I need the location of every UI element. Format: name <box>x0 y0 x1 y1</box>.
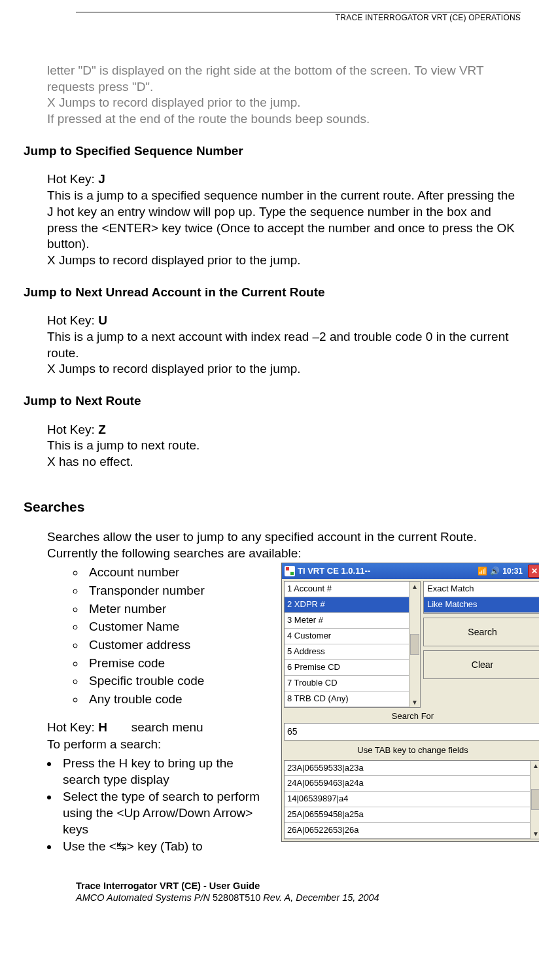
hotkey-line: Hot Key: J <box>47 171 521 188</box>
section-body: X Jumps to record displayed prior to the… <box>47 253 521 269</box>
window-title: TI VRT CE 1.0.11-- <box>298 566 370 577</box>
result-row[interactable]: 14|06539897|a4 <box>285 792 530 807</box>
result-row[interactable]: 24A|06559463|a24a <box>285 776 530 792</box>
system-tray: 📶 🔊 10:31 <box>478 567 523 577</box>
windows-start-icon[interactable] <box>285 566 295 576</box>
match-option[interactable]: Like Matches <box>424 597 539 613</box>
section-title-jump-seq: Jump to Specified Sequence Number <box>24 143 521 160</box>
searches-heading: Searches <box>24 498 521 516</box>
app-screenshot: TI VRT CE 1.0.11-- 📶 🔊 10:31 ✕ 1 Accou <box>281 563 539 842</box>
section-body: This is a jump to a specified sequence n… <box>47 188 521 253</box>
searches-intro: Searches allow the user to jump to any s… <box>47 529 521 561</box>
list-item: Meter number <box>85 601 270 618</box>
list-item: Press the H key to bring up the search t… <box>59 756 270 788</box>
list-item: Specific trouble code <box>85 673 270 690</box>
scroll-down-icon[interactable]: ▼ <box>532 830 539 838</box>
list-item: Select the type of search to perform usi… <box>59 789 270 837</box>
hotkey-line: Hot Key: U <box>47 313 521 329</box>
match-mode-list[interactable]: Exact Match Like Matches <box>423 581 539 614</box>
section-title-jump-unread: Jump to Next Unread Account in the Curre… <box>24 285 521 301</box>
search-type-listbox[interactable]: 1 Account # 2 XDPR # 3 Meter # 4 Custome… <box>285 582 409 707</box>
scroll-thumb[interactable] <box>410 634 419 655</box>
clock: 10:31 <box>502 567 523 577</box>
field-hint: Use TAB key to change fields <box>282 743 539 760</box>
list-item[interactable]: 5 Address <box>285 644 409 660</box>
section-body: This is a jump to a next account with in… <box>47 329 521 361</box>
list-item[interactable]: 8 TRB CD (Any) <box>285 691 409 707</box>
list-item: Any trouble code <box>85 691 270 708</box>
hotkey-line: Hot Key: Z <box>47 422 521 438</box>
scroll-thumb[interactable] <box>531 789 539 810</box>
match-option[interactable]: Exact Match <box>424 582 539 597</box>
list-item: Transponder number <box>85 582 270 599</box>
list-item[interactable]: 4 Customer <box>285 629 409 644</box>
scroll-up-icon[interactable]: ▲ <box>532 761 539 770</box>
list-item[interactable]: 1 Account # <box>285 582 409 597</box>
window-titlebar: TI VRT CE 1.0.11-- 📶 🔊 10:31 ✕ <box>282 563 539 579</box>
list-item[interactable]: 2 XDPR # <box>285 597 409 613</box>
result-row[interactable]: 23A|06559533|a23a <box>285 761 530 777</box>
scrollbar[interactable]: ▲ ▼ <box>409 582 420 707</box>
search-steps-list: Press the H key to bring up the search t… <box>47 756 270 855</box>
result-row[interactable]: 25A|06559458|a25a <box>285 807 530 823</box>
search-for-label: Search For <box>282 710 539 724</box>
results-list[interactable]: 23A|06559533|a23a 24A|06559463|a24a 14|0… <box>285 761 530 839</box>
signal-icon: 📶 <box>478 567 487 577</box>
list-item: Premise code <box>85 655 270 672</box>
scroll-up-icon[interactable]: ▲ <box>411 582 418 591</box>
list-item: Customer Name <box>85 618 270 635</box>
list-item[interactable]: 3 Meter # <box>285 613 409 629</box>
intro-line: letter "D" is displayed on the right sid… <box>47 63 521 95</box>
scrollbar[interactable]: ▲ ▼ <box>530 761 539 839</box>
hotkey-search-line: Hot Key: H search menu <box>47 720 270 736</box>
search-type-list: Account number Transponder number Meter … <box>47 564 270 707</box>
close-button[interactable]: ✕ <box>528 565 539 578</box>
scroll-down-icon[interactable]: ▼ <box>411 698 418 707</box>
section-body: This is a jump to next route. <box>47 438 521 454</box>
section-body: X Jumps to record displayed prior to the… <box>47 361 521 377</box>
speaker-icon: 🔊 <box>490 567 500 577</box>
search-button[interactable]: Search <box>423 618 539 646</box>
clear-button[interactable]: Clear <box>423 650 539 679</box>
section-body: X has no effect. <box>47 454 521 470</box>
list-item: Use the <↹> key (Tab) to <box>59 839 270 855</box>
page-header: TRACE INTERROGATOR VRT (CE) OPERATIONS <box>76 12 521 22</box>
result-row[interactable]: 26A|06522653|26a <box>285 823 530 839</box>
footer-subtitle: AMCO Automated Systems P/N 52808T510 Rev… <box>76 892 521 903</box>
list-item: Account number <box>85 564 270 581</box>
page-footer: Trace Interrogator VRT (CE) - User Guide… <box>76 880 521 903</box>
list-item[interactable]: 7 Trouble CD <box>285 676 409 691</box>
search-input[interactable]: 65 <box>284 723 539 740</box>
intro-line: X Jumps to record displayed prior to the… <box>47 95 521 111</box>
list-item[interactable]: 6 Premise CD <box>285 660 409 676</box>
perform-search-label: To perform a search: <box>47 737 270 753</box>
footer-title: Trace Interrogator VRT (CE) - User Guide <box>76 880 521 892</box>
section-title-jump-route: Jump to Next Route <box>24 393 521 410</box>
intro-line: If pressed at the end of the route the b… <box>47 111 521 128</box>
list-item: Customer address <box>85 637 270 654</box>
